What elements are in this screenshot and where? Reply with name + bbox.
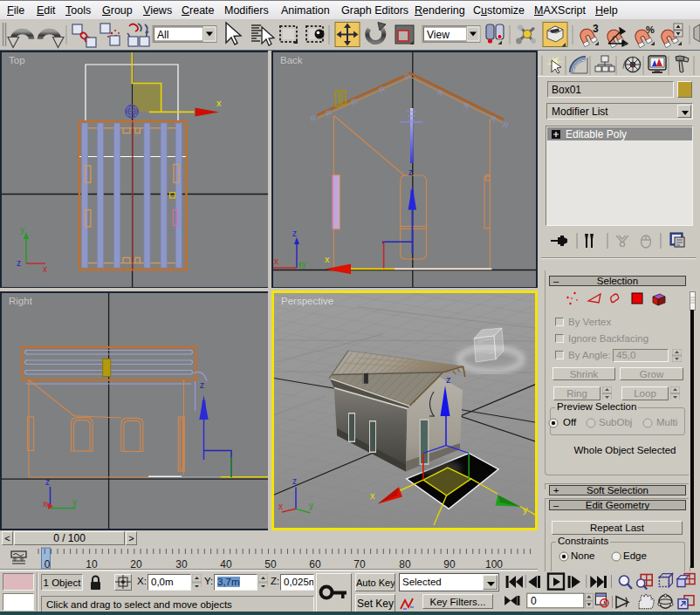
- svg-text:x: x: [370, 490, 375, 501]
- svg-text:y: y: [309, 501, 313, 510]
- svg-text:R: R: [309, 113, 319, 124]
- svg-text:0: 0: [531, 595, 537, 607]
- svg-text:z: z: [292, 476, 297, 486]
- svg-text:x: x: [43, 264, 47, 274]
- svg-text:x: x: [325, 254, 330, 264]
- svg-text:x: x: [274, 256, 278, 266]
- svg-text:y: y: [72, 497, 77, 507]
- svg-text:x: x: [278, 502, 283, 511]
- svg-text:%: %: [646, 24, 655, 35]
- svg-text:y: y: [302, 259, 306, 269]
- svg-text:3: 3: [593, 23, 599, 35]
- svg-text:x: x: [43, 499, 47, 509]
- svg-text:z: z: [200, 380, 204, 390]
- svg-text:z: z: [446, 374, 451, 385]
- svg-text:z: z: [17, 258, 21, 268]
- svg-text:z: z: [45, 477, 50, 487]
- svg-text:View: View: [427, 29, 450, 41]
- svg-text:z: z: [292, 229, 297, 238]
- svg-text:x: x: [216, 98, 222, 108]
- svg-text:z: z: [408, 167, 413, 177]
- svg-text:R: R: [501, 120, 511, 131]
- svg-text:y: y: [523, 504, 528, 515]
- svg-text:y: y: [20, 225, 24, 235]
- svg-text:R: R: [378, 85, 388, 95]
- svg-text:All: All: [157, 29, 168, 41]
